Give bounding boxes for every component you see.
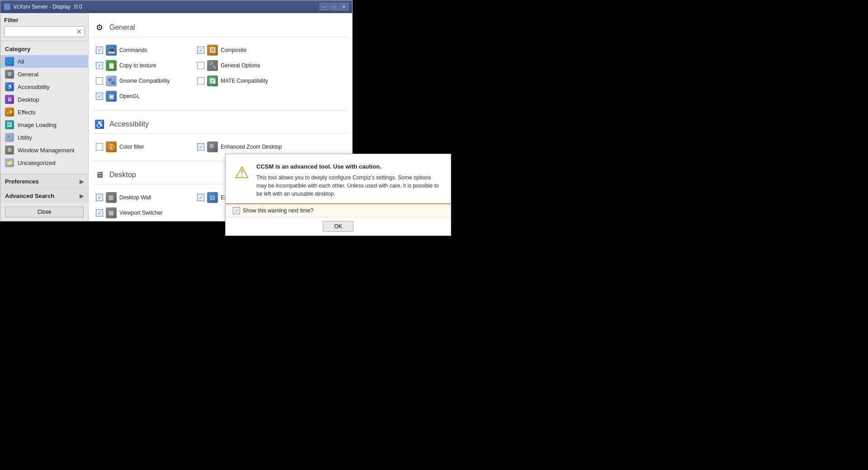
- cat-icon-utility: 🔧: [5, 133, 14, 142]
- advanced-search-arrow-icon: ▶: [80, 193, 84, 199]
- plugin-icon-general-options: 🔧: [207, 60, 218, 71]
- filter-input-wrap: ✕: [4, 26, 85, 37]
- plugin-check-enhanced-zoom[interactable]: [197, 143, 204, 150]
- plugin-check-viewport-switcher[interactable]: [96, 209, 103, 216]
- plugin-check-commands[interactable]: [96, 47, 103, 54]
- plugin-check-composite[interactable]: [197, 47, 204, 54]
- sidebar-item-utility[interactable]: 🔧 Utility: [0, 131, 88, 144]
- plugin-check-general-options[interactable]: [197, 62, 204, 69]
- sidebar-bottom: Preferences ▶ Advanced Search ▶ Close: [0, 174, 88, 221]
- plugin-name-copy-to-texture: Copy to texture: [119, 62, 156, 69]
- dialog-body: ⚠ CCSM is an advanced tool. Use with cau…: [226, 154, 451, 203]
- plugin-item-mate-compat[interactable]: 🔄 MATE Compatibility: [194, 74, 294, 88]
- cat-icon-accessibility: ♿: [5, 82, 14, 91]
- cat-icon-effects: ✨: [5, 108, 14, 117]
- sidebar-item-general[interactable]: ⚙ General: [0, 68, 88, 80]
- section-icon-accessibility: ♿: [93, 118, 106, 131]
- app-icon: [4, 4, 10, 10]
- cat-label-effects: Effects: [18, 109, 36, 116]
- plugin-icon-expo: ⊟: [207, 192, 218, 203]
- titlebar-left: VcXsrv Server - Display :0.0: [4, 4, 82, 10]
- plugin-name-desktop-wall: Desktop Wall: [119, 194, 151, 201]
- preferences-label: Preferences: [5, 178, 38, 185]
- plugin-check-desktop-wall[interactable]: [96, 194, 103, 201]
- preferences-button[interactable]: Preferences ▶: [0, 174, 88, 188]
- advanced-search-button[interactable]: Advanced Search ▶: [0, 188, 88, 203]
- plugin-item-enhanced-zoom[interactable]: 🔍 Enhanced Zoom Desktop: [194, 140, 294, 154]
- cat-label-general: General: [18, 71, 38, 78]
- plugin-check-mate-compat[interactable]: [197, 77, 204, 85]
- plugin-item-composite[interactable]: 🖼 Composite: [194, 43, 294, 57]
- plugin-icon-composite: 🖼: [207, 45, 218, 56]
- cat-label-accessibility: Accessibility: [18, 84, 50, 90]
- plugin-icon-viewport-switcher: ⊠: [106, 207, 117, 218]
- minimize-button[interactable]: —: [320, 3, 329, 10]
- cat-label-desktop: Desktop: [18, 96, 39, 103]
- plugin-icon-desktop-wall: ⊞: [106, 192, 117, 203]
- show-warning-label[interactable]: Show this warning next time?: [243, 207, 313, 214]
- category-section: Category 🌐 All ⚙ General ♿ Accessibility…: [0, 41, 88, 174]
- category-label: Category: [0, 45, 88, 55]
- cat-label-uncategorized: Uncategorized: [18, 160, 56, 166]
- window-controls: — □ ✕: [320, 3, 349, 10]
- close-button[interactable]: Close: [5, 207, 84, 217]
- warning-icon: ⚠: [235, 163, 249, 182]
- plugin-item-copy-to-texture[interactable]: 📋 Copy to texture: [93, 59, 193, 72]
- window-display: :0.0: [73, 4, 82, 10]
- section-header-accessibility: ♿ Accessibility: [93, 114, 348, 134]
- show-warning-checkbox[interactable]: [233, 207, 240, 214]
- preferences-arrow-icon: ▶: [80, 179, 84, 185]
- plugin-item-general-options[interactable]: 🔧 General Options: [194, 59, 294, 72]
- filter-input[interactable]: [4, 26, 85, 37]
- plugin-item-opengl[interactable]: ▣ OpenGL: [93, 89, 193, 103]
- sidebar-item-image-loading[interactable]: 🖼 Image Loading: [0, 118, 88, 131]
- dialog-box: ⚠ CCSM is an advanced tool. Use with cau…: [225, 154, 451, 236]
- plugin-check-color-filter[interactable]: [96, 143, 103, 150]
- maximize-button[interactable]: □: [330, 3, 339, 10]
- plugin-item-gnome-compat[interactable]: 🐾 Gnome Compatibility: [93, 74, 193, 88]
- plugin-icon-enhanced-zoom: 🔍: [207, 141, 218, 152]
- category-list: 🌐 All ⚙ General ♿ Accessibility 🖥 Deskto…: [0, 55, 88, 169]
- close-window-button[interactable]: ✕: [340, 3, 349, 10]
- plugin-check-gnome-compat[interactable]: [96, 77, 103, 85]
- plugin-item-viewport-switcher[interactable]: ⊠ Viewport Switcher: [93, 206, 193, 220]
- sidebar-item-accessibility[interactable]: ♿ Accessibility: [0, 80, 88, 93]
- plugin-item-color-filter[interactable]: 🎨 Color filter: [93, 140, 193, 154]
- plugin-item-desktop-wall[interactable]: ⊞ Desktop Wall: [93, 191, 193, 204]
- plugin-icon-opengl: ▣: [106, 91, 117, 102]
- section-title-desktop: Desktop: [109, 171, 136, 179]
- plugin-icon-commands: 💻: [106, 45, 117, 56]
- sidebar-item-desktop[interactable]: 🖥 Desktop: [0, 93, 88, 106]
- sidebar: Filter ✕ Category 🌐 All ⚙ General ♿ Acce…: [0, 13, 89, 221]
- cat-icon-desktop: 🖥: [5, 95, 14, 104]
- dialog-title: CCSM is an advanced tool. Use with cauti…: [256, 163, 442, 170]
- plugin-icon-color-filter: 🎨: [106, 141, 117, 152]
- cat-label-image-loading: Image Loading: [18, 122, 57, 128]
- plugin-name-general-options: General Options: [221, 62, 260, 69]
- plugin-check-copy-to-texture[interactable]: [96, 62, 103, 69]
- sidebar-item-all[interactable]: 🌐 All: [0, 55, 88, 68]
- sidebar-item-effects[interactable]: ✨ Effects: [0, 106, 88, 118]
- advanced-search-label: Advanced Search: [5, 193, 54, 199]
- plugin-name-composite: Composite: [221, 47, 246, 53]
- plugin-check-opengl[interactable]: [96, 93, 103, 100]
- cat-icon-window-management: ⚙: [5, 146, 14, 155]
- cat-label-utility: Utility: [18, 134, 32, 141]
- plugin-name-mate-compat: MATE Compatibility: [221, 78, 268, 84]
- plugin-check-expo[interactable]: [197, 194, 204, 201]
- cat-icon-all: 🌐: [5, 57, 14, 66]
- window-titlebar: VcXsrv Server - Display :0.0 — □ ✕: [0, 0, 352, 13]
- divider-general: [93, 110, 348, 111]
- ok-button[interactable]: OK: [323, 221, 353, 232]
- cat-label-all: All: [18, 58, 24, 65]
- section-header-general: ⚙ General: [93, 18, 348, 37]
- sidebar-item-window-management[interactable]: ⚙ Window Management: [0, 144, 88, 156]
- dialog-message: This tool allows you to deeply configure…: [256, 174, 442, 198]
- filter-clear-button[interactable]: ✕: [75, 27, 84, 36]
- plugin-grid-general: 💻 Commands 🖼 Composite 📋 Copy to texture…: [93, 41, 348, 106]
- sidebar-item-uncategorized[interactable]: 📁 Uncategorized: [0, 156, 88, 169]
- section-title-accessibility: Accessibility: [109, 120, 149, 128]
- plugin-item-commands[interactable]: 💻 Commands: [93, 43, 193, 57]
- plugin-icon-mate-compat: 🔄: [207, 75, 218, 86]
- plugin-name-enhanced-zoom: Enhanced Zoom Desktop: [221, 144, 282, 150]
